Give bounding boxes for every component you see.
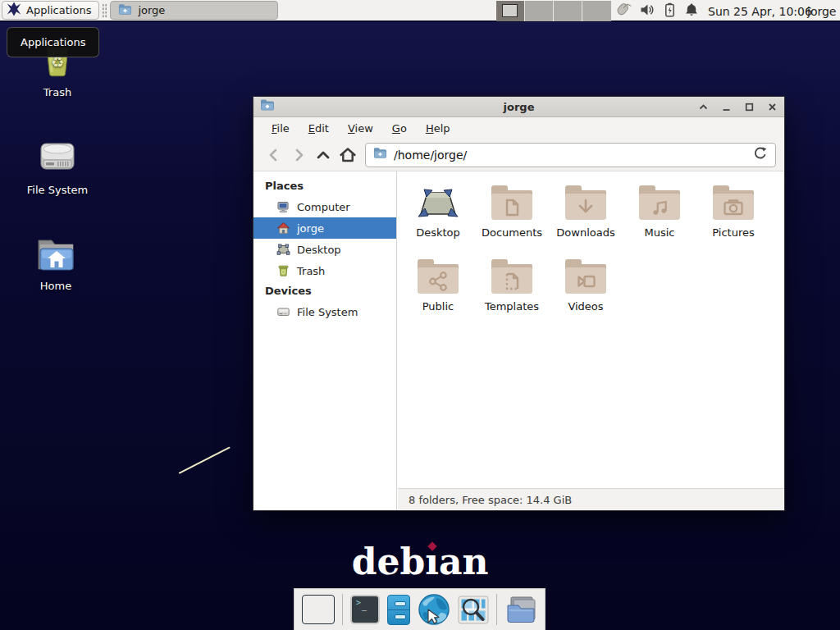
debian-logo-text: an: [439, 541, 489, 582]
workspace-3[interactable]: [554, 1, 582, 21]
folder-item-pictures[interactable]: Pictures: [696, 181, 770, 255]
panel-drag-handle[interactable]: [102, 3, 107, 18]
menu-edit[interactable]: Edit: [300, 120, 337, 137]
desktop-icon-label: File System: [11, 184, 103, 196]
mouse-icon[interactable]: [614, 1, 632, 21]
desktop-special-icon: [415, 181, 461, 224]
workspace-1[interactable]: [496, 1, 525, 21]
folder-item-templates[interactable]: Templates: [475, 255, 549, 329]
status-text: 8 folders, Free space: 14.4 GiB: [409, 494, 572, 506]
workspace-4[interactable]: [582, 1, 611, 21]
toolbar: /home/jorge/: [253, 139, 784, 171]
up-button[interactable]: [311, 143, 336, 167]
menu-file[interactable]: File: [263, 120, 298, 137]
stray-line-artifact: [179, 446, 231, 474]
desktop-icon-label: Trash: [11, 86, 103, 98]
sidebar-item-file-system[interactable]: File System: [253, 301, 396, 322]
folder-item-downloads[interactable]: Downloads: [549, 181, 623, 255]
sidebar-item-trash[interactable]: Trash: [253, 260, 396, 281]
folder-item-label: Documents: [482, 226, 542, 239]
window-content: Places Computer jorge Desktop Trash: [253, 171, 784, 510]
show-desktop-icon[interactable]: [302, 595, 335, 624]
debian-logo-text: deb: [352, 541, 426, 582]
workspace-window-preview: [502, 4, 518, 17]
folder-item-music[interactable]: Music: [623, 181, 696, 255]
debian-logo: debıan: [0, 541, 840, 582]
applications-button-label: Applications: [26, 4, 91, 16]
home-button[interactable]: [336, 143, 360, 167]
sidebar-item-desktop[interactable]: Desktop: [253, 239, 396, 260]
folder-item-label: Videos: [568, 300, 603, 313]
maximize-button[interactable]: [744, 102, 755, 112]
system-tray: [614, 0, 699, 22]
path-folder-icon: [373, 147, 387, 162]
sidebar: Places Computer jorge Desktop Trash: [253, 171, 397, 510]
folder-item-public[interactable]: Public: [401, 255, 475, 329]
folder-item-label: Desktop: [416, 226, 460, 239]
hard-drive-icon: [35, 135, 80, 180]
menubar: File Edit View Go Help: [253, 117, 784, 139]
back-button[interactable]: [262, 143, 286, 167]
desktop-icon-label: Home: [10, 280, 102, 292]
taskbar-window-label: jorge: [138, 4, 165, 16]
forward-button[interactable]: [286, 143, 311, 167]
folder-item-label: Music: [645, 226, 675, 239]
desktop: Applications jorge: [0, 0, 840, 630]
templates-folder-icon: [489, 255, 535, 298]
path-bar[interactable]: /home/jorge/: [365, 143, 776, 167]
taskbar-window-button[interactable]: jorge: [110, 1, 278, 20]
music-folder-icon: [637, 181, 682, 224]
desktop-icon-file-system[interactable]: File System: [11, 135, 103, 196]
pictures-folder-icon: [710, 181, 756, 224]
sidebar-item-label: Computer: [297, 201, 350, 213]
computer-icon: [276, 200, 290, 213]
file-manager-window: jorge File Edit View Go Help: [253, 96, 785, 511]
menu-view[interactable]: View: [340, 120, 381, 137]
folder-item-videos[interactable]: Videos: [549, 255, 623, 329]
minimize-button[interactable]: [721, 102, 732, 112]
terminal-icon[interactable]: >_: [350, 595, 380, 624]
file-manager-cabinet-icon[interactable]: [387, 595, 410, 625]
public-folder-icon: [415, 255, 461, 298]
workspace-switcher: [496, 1, 611, 21]
menu-help[interactable]: Help: [418, 120, 459, 137]
folder-view[interactable]: Desktop Documents Downloads: [398, 171, 784, 488]
sidebar-header-devices: Devices: [253, 281, 396, 301]
home-folder-icon: [34, 235, 78, 276]
folder-item-desktop[interactable]: Desktop: [401, 181, 475, 255]
titlebar[interactable]: jorge: [253, 97, 784, 117]
clock[interactable]: Sun 25 Apr, 10:06: [708, 0, 812, 22]
volume-icon[interactable]: [640, 2, 655, 21]
directory-menu-folder-icon[interactable]: [504, 595, 537, 624]
sidebar-item-label: jorge: [297, 222, 324, 235]
battery-icon[interactable]: [663, 2, 677, 21]
hard-drive-icon: [276, 305, 290, 318]
web-browser-globe-icon[interactable]: [418, 593, 450, 626]
folder-item-documents[interactable]: Documents: [475, 181, 549, 255]
application-finder-icon[interactable]: [458, 596, 489, 624]
sidebar-item-computer[interactable]: Computer: [253, 196, 396, 217]
panel-user-label[interactable]: jorge: [807, 0, 836, 22]
sidebar-item-jorge[interactable]: jorge: [253, 217, 396, 239]
applications-button[interactable]: Applications: [2, 1, 99, 20]
workspace-2[interactable]: [525, 1, 554, 21]
desktop-icon-home[interactable]: Home: [10, 235, 102, 292]
sidebar-header-places: Places: [253, 176, 396, 196]
reload-icon[interactable]: [753, 146, 768, 164]
folder-icon: [118, 3, 132, 18]
folder-item-label: Pictures: [712, 226, 754, 239]
notifications-bell-icon[interactable]: [684, 2, 699, 21]
sidebar-item-label: Trash: [297, 265, 325, 277]
folder-item-label: Templates: [485, 300, 539, 313]
sidebar-item-label: File System: [297, 306, 358, 318]
sidebar-item-label: Desktop: [297, 244, 341, 256]
shade-button[interactable]: [698, 102, 709, 112]
dock-separator: [496, 594, 497, 625]
bottom-dock: >_: [294, 588, 546, 630]
menu-go[interactable]: Go: [384, 120, 415, 137]
close-button[interactable]: [767, 102, 778, 112]
status-bar: 8 folders, Free space: 14.4 GiB: [398, 488, 784, 510]
top-panel: Applications jorge: [0, 0, 840, 22]
debian-logo-i-dot: ı: [425, 541, 439, 582]
path-input[interactable]: /home/jorge/: [394, 148, 746, 162]
